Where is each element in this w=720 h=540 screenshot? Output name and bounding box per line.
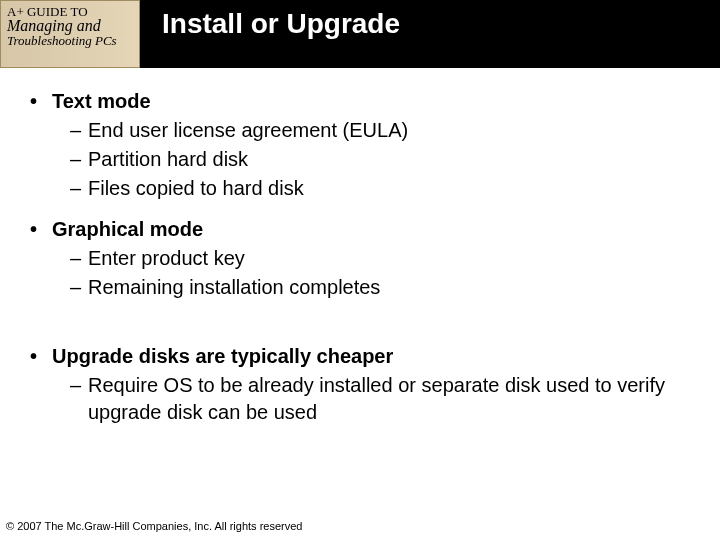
sub-bullet: End user license agreement (EULA) (70, 117, 690, 144)
slide-content: Text mode End user license agreement (EU… (0, 68, 720, 426)
copyright-footer: © 2007 The Mc.Graw-Hill Companies, Inc. … (6, 520, 302, 532)
bullet-item: Graphical mode Enter product key Remaini… (30, 218, 690, 301)
slide-header: A+ GUIDE TO Managing and Troubleshooting… (0, 0, 720, 68)
sub-bullet: Require OS to be already installed or se… (70, 372, 690, 426)
bullet-item: Upgrade disks are typically cheaper Requ… (30, 345, 690, 426)
badge-line-2: Managing and (7, 18, 133, 34)
sub-bullet: Files copied to hard disk (70, 175, 690, 202)
sub-bullet: Enter product key (70, 245, 690, 272)
sub-bullet: Remaining installation completes (70, 274, 690, 301)
book-badge: A+ GUIDE TO Managing and Troubleshooting… (0, 0, 140, 68)
sub-bullet: Partition hard disk (70, 146, 690, 173)
bullet-text: Graphical mode (52, 218, 203, 240)
badge-line-3: Troubleshooting PCs (7, 34, 133, 47)
bullet-text: Upgrade disks are typically cheaper (52, 345, 393, 367)
slide-title: Install or Upgrade (140, 0, 720, 40)
bullet-item: Text mode End user license agreement (EU… (30, 90, 690, 202)
bullet-text: Text mode (52, 90, 151, 112)
